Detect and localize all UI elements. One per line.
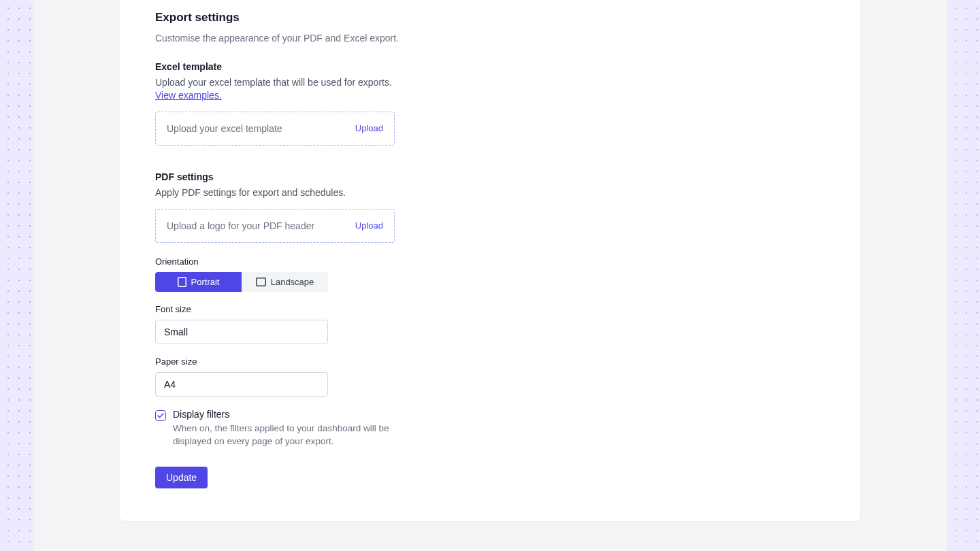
excel-template-desc-text: Upload your excel template that will be … [155, 77, 392, 88]
orientation-segmented-control: Portrait Landscape [155, 272, 328, 292]
orientation-portrait-button[interactable]: Portrait [155, 272, 242, 292]
pdf-settings-title: PDF settings [155, 171, 825, 182]
update-button[interactable]: Update [155, 467, 208, 488]
fontsize-label: Font size [155, 304, 825, 314]
view-examples-link[interactable]: View examples. [155, 90, 222, 101]
excel-upload-placeholder: Upload your excel template [167, 123, 282, 134]
portrait-icon [178, 277, 186, 287]
display-filters-checkbox[interactable] [155, 410, 166, 421]
papersize-select[interactable]: A4 [155, 372, 328, 397]
excel-template-title: Excel template [155, 61, 825, 72]
svg-rect-1 [256, 278, 265, 286]
pdf-logo-upload-button[interactable]: Upload [355, 220, 383, 231]
check-icon [157, 413, 164, 418]
fontsize-select[interactable]: Small [155, 320, 328, 344]
excel-upload-box[interactable]: Upload your excel template Upload [155, 112, 395, 146]
orientation-landscape-button[interactable]: Landscape [242, 272, 328, 292]
export-settings-desc: Customise the appearance of your PDF and… [155, 33, 825, 44]
pdf-logo-upload-box[interactable]: Upload a logo for your PDF header Upload [155, 209, 395, 243]
excel-upload-button[interactable]: Upload [355, 123, 383, 133]
excel-template-desc: Upload your excel template that will be … [155, 76, 825, 102]
svg-rect-0 [178, 277, 186, 286]
display-filters-label: Display filters [173, 409, 400, 420]
orientation-label: Orientation [155, 256, 825, 267]
papersize-label: Paper size [155, 356, 825, 367]
pdf-logo-upload-placeholder: Upload a logo for your PDF header [167, 220, 314, 231]
display-filters-desc: When on, the filters applied to your das… [173, 422, 400, 448]
export-settings-title: Export settings [155, 11, 825, 24]
pdf-settings-desc: Apply PDF settings for export and schedu… [155, 186, 825, 199]
landscape-icon [256, 278, 266, 286]
orientation-portrait-label: Portrait [191, 277, 220, 287]
settings-card: Export settings Customise the appearance… [120, 0, 860, 521]
orientation-landscape-label: Landscape [271, 277, 314, 287]
